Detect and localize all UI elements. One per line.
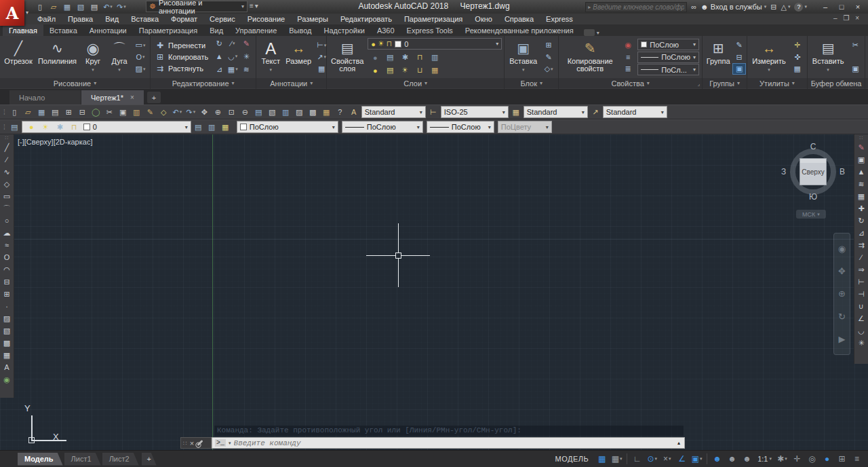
region-icon[interactable]: ▩ <box>1 337 14 349</box>
open-file-icon[interactable]: ▱ <box>47 1 60 12</box>
annotation-scale-icon[interactable]: ☻ <box>740 452 754 466</box>
save-as-icon[interactable]: ▧ <box>75 1 87 12</box>
unlock-layer-icon[interactable]: ⊔ <box>412 64 427 77</box>
lineweight-list-icon[interactable]: ≡ <box>621 52 635 63</box>
tab-output[interactable]: Вывод <box>283 24 317 36</box>
viewcube-west[interactable]: З <box>781 167 786 176</box>
viewport-controls[interactable]: [-][Сверху][2D-каркас] <box>18 138 92 146</box>
scale-icon[interactable]: ⊿ <box>855 227 868 239</box>
undo-icon[interactable]: ↶▾ <box>171 106 184 118</box>
viewcube-east[interactable]: В <box>840 167 845 176</box>
search-icon[interactable]: ∞ <box>691 3 696 11</box>
linetype-combo[interactable]: ПоСл... ▾ <box>637 64 699 75</box>
tab-express-tools[interactable]: Express Tools <box>401 24 459 36</box>
rotate-icon[interactable]: ↻ <box>212 38 226 50</box>
workspace-gear-icon[interactable]: ✱▾ <box>775 452 789 466</box>
menu-draw[interactable]: Рисование <box>241 15 291 23</box>
close-command-line-icon[interactable]: × <box>190 439 194 447</box>
copy-button[interactable]: ⊞Копировать <box>153 51 210 62</box>
linetype-control-combo[interactable]: ПоСлою ▾ <box>342 121 423 133</box>
save-icon[interactable]: ▦ <box>35 106 48 118</box>
quick-select-icon[interactable]: ✜ <box>791 52 804 63</box>
plot-preview-icon[interactable]: ⊞ <box>62 106 75 118</box>
array-icon[interactable]: ▦▾ <box>226 64 239 75</box>
linetype-list-icon[interactable]: ≣ <box>621 63 635 75</box>
trim-icon[interactable]: ∕▾ <box>226 38 239 50</box>
spline-icon[interactable]: ≈ <box>1 239 14 251</box>
cut-icon[interactable]: ✂ <box>848 39 862 51</box>
sheet-set-manager-icon[interactable]: ▨ <box>293 106 306 118</box>
menu-tools[interactable]: Сервис <box>203 15 241 23</box>
tab-annotate[interactable]: Аннотации <box>83 24 133 36</box>
snap-mode-icon[interactable]: ▦▾ <box>610 452 624 466</box>
isolate-objects-icon[interactable]: ◎ <box>805 452 819 466</box>
erase-icon[interactable]: ✎ <box>239 38 253 50</box>
menu-dimension[interactable]: Размеры <box>291 15 334 23</box>
menu-file[interactable]: Файл <box>31 15 62 23</box>
copy-icon[interactable]: ▣ <box>855 153 868 166</box>
text-style-combo[interactable]: Standard▾ <box>361 106 426 118</box>
move-button[interactable]: ✚Перенести <box>153 39 210 51</box>
redo-icon[interactable]: ↷▾ <box>184 106 197 118</box>
autoscale-icon[interactable]: ☻ <box>725 452 739 466</box>
color-wheel-icon[interactable]: ◉ <box>621 39 635 51</box>
copy-icon[interactable]: ▣ <box>117 106 130 118</box>
tab-home[interactable]: Главная <box>3 24 43 36</box>
quickcalc-icon[interactable]: ▦ <box>320 106 333 118</box>
customization-icon[interactable]: ≡ <box>850 452 864 466</box>
menu-view[interactable]: Вид <box>99 15 125 23</box>
otrack-icon[interactable]: ∠ <box>675 452 689 466</box>
plot-icon[interactable]: ▤ <box>49 106 62 118</box>
annotation-scale-button[interactable]: 1:1▾ <box>755 455 774 463</box>
zoom-window-icon[interactable]: ⊡ <box>225 106 238 118</box>
menu-insert[interactable]: Вставка <box>125 15 165 23</box>
offset-icon[interactable]: ≋ <box>239 64 253 75</box>
isodraft-icon[interactable]: ×▾ <box>660 452 674 466</box>
revision-cloud-icon[interactable]: ☁ <box>1 227 14 239</box>
menu-format[interactable]: Формат <box>165 15 203 23</box>
new-layout-button[interactable]: + <box>142 453 157 466</box>
search-arrow-icon[interactable]: ▸ <box>588 4 591 10</box>
fillet-icon[interactable]: ◡▾ <box>226 51 239 62</box>
off-layer-icon[interactable]: ● <box>368 51 382 64</box>
measure-button[interactable]: ↔ Измерить ▾ <box>750 37 788 77</box>
command-history-toggle-icon[interactable]: ▴ <box>677 440 682 446</box>
start-tab[interactable]: Начало <box>9 90 81 105</box>
dimension-button[interactable]: ↔ Размер <box>285 37 312 77</box>
polyline-icon[interactable]: ∿ <box>1 166 14 178</box>
mirror-icon[interactable]: ▲ <box>855 166 868 178</box>
panel-title-draw[interactable]: Рисование▾ <box>0 78 150 88</box>
layer-select-combo[interactable]: ●☀⊓ 0 ▾ <box>368 38 502 50</box>
redo-icon[interactable]: ↷▾ <box>115 1 127 12</box>
polygon-icon[interactable]: ◇ <box>1 178 14 190</box>
line-icon[interactable]: ╱ <box>1 141 14 153</box>
logo-caret-icon[interactable]: ▾ <box>26 10 28 16</box>
drawing-tab[interactable]: Чертеж1* × <box>81 90 144 105</box>
zoom-realtime-icon[interactable]: ⊕ <box>212 106 224 118</box>
viewcube-south[interactable]: Ю <box>809 192 817 202</box>
viewcube-north[interactable]: С <box>810 142 816 151</box>
pan-icon[interactable]: ✥ <box>198 106 211 118</box>
edit-block-icon[interactable]: ✎ <box>542 52 555 63</box>
toolbar-grip[interactable]: ⁞ <box>1 124 7 131</box>
text-button[interactable]: A Текст ▾ <box>259 37 282 77</box>
tab-addins[interactable]: Надстройки <box>318 24 371 36</box>
toolbar-grip[interactable]: ⁞ <box>1 109 7 116</box>
menu-edit[interactable]: Правка <box>62 15 99 23</box>
ellipse-arc-icon[interactable]: ◠ <box>1 263 14 276</box>
polar-tracking-icon[interactable]: ⊙▾ <box>645 452 659 466</box>
table-icon[interactable]: ▦ <box>315 63 328 75</box>
move-icon[interactable]: ✚ <box>855 202 868 214</box>
clean-screen-icon[interactable]: ⊞ <box>835 452 849 466</box>
restore-button[interactable]: □ <box>834 1 849 12</box>
publish-icon[interactable]: ⊟ <box>76 106 89 118</box>
tab-parametric[interactable]: Параметризация <box>133 24 203 36</box>
zoom-tool-icon[interactable]: ⊕ <box>838 288 846 299</box>
layer-properties-button[interactable]: ▤ Свойства слоя <box>330 37 365 77</box>
app-store-icon[interactable]: ⊟ <box>770 3 776 12</box>
fillet-icon[interactable]: ◡ <box>855 324 868 337</box>
extend-icon[interactable]: ⇒ <box>855 263 868 276</box>
search-input[interactable] <box>593 3 684 11</box>
block-editor-icon[interactable]: ◇ <box>157 106 170 118</box>
block-attributes-icon[interactable]: ◇▾ <box>542 63 555 75</box>
